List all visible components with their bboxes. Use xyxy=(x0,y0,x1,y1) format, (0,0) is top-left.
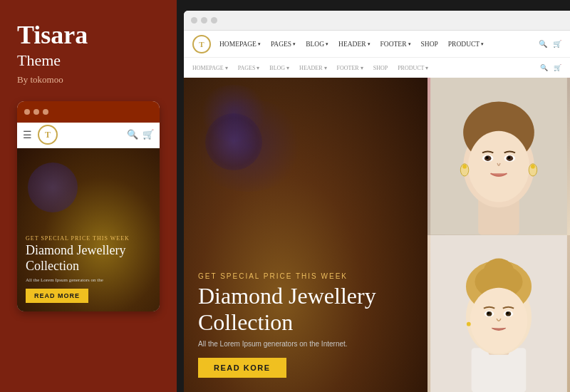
mobile-read-more-button[interactable]: READ MORE xyxy=(26,289,88,303)
ghost-nav-item-4: HEADER ▾ xyxy=(299,65,326,71)
browser-dot-1 xyxy=(191,17,197,24)
svg-point-29 xyxy=(467,321,471,326)
portrait-bottom-image xyxy=(428,235,570,393)
chevron-down-icon: ▾ xyxy=(293,41,296,47)
svg-point-4 xyxy=(468,131,529,202)
chevron-down-icon: ▾ xyxy=(258,41,261,47)
portrait-top xyxy=(428,78,570,235)
hero-title: Diamond Jewellery Collection xyxy=(198,283,398,336)
read-more-button[interactable]: Read KORE xyxy=(198,358,286,378)
mobile-hero-desc: All the Lorem Ipsum generators on the xyxy=(26,277,151,283)
svg-point-14 xyxy=(531,165,535,169)
mobile-mockup: ☰ T 🔍 🛒 GET SPECIAL PRICE THIS WEEK Diam… xyxy=(17,101,160,311)
mobile-nav-icons: 🔍 🛒 xyxy=(127,129,154,140)
chevron-down-icon: ▾ xyxy=(368,41,370,47)
chevron-down-icon: ▾ xyxy=(408,41,411,47)
jewel-center xyxy=(205,113,262,170)
right-panel: T HOMEPAGE ▾ PAGES ▾ BLOG ▾ HEADER ▾ xyxy=(177,0,570,392)
ghost-nav-item-2: PAGES ▾ xyxy=(238,65,260,71)
ghost-nav-item-1: HOMEPAGE ▾ xyxy=(192,65,228,71)
ghost-nav-item-5: FOOTER ▾ xyxy=(337,65,363,71)
mobile-top-bar xyxy=(17,101,160,123)
mobile-hero-title: Diamond Jewellery Collection xyxy=(26,243,151,274)
site-content: GET SPECIAL PRICE THIS WEEK Diamond Jewe… xyxy=(184,78,570,392)
site-navbar-ghost: HOMEPAGE ▾ PAGES ▾ BLOG ▾ HEADER ▾ FOOTE… xyxy=(184,58,570,78)
mobile-nav: ☰ T 🔍 🛒 xyxy=(17,123,160,148)
nav-item-blog[interactable]: BLOG ▾ xyxy=(306,41,328,48)
svg-point-21 xyxy=(484,258,514,283)
nav-item-footer[interactable]: FOOTER ▾ xyxy=(380,41,411,48)
mobile-hero: GET SPECIAL PRICE THIS WEEK Diamond Jewe… xyxy=(17,148,160,311)
svg-point-10 xyxy=(507,156,510,159)
ghost-cart-icon: 🛒 xyxy=(554,64,561,71)
hero-special-text: GET SPECIAL PRICE THIS WEEK xyxy=(198,272,398,280)
nav-item-shop[interactable]: SHOP xyxy=(421,41,438,48)
ghost-nav-item-6: SHOP xyxy=(373,65,388,71)
portrait-bottom xyxy=(428,235,570,393)
ghost-nav-icons: 🔍 🛒 xyxy=(540,64,561,71)
svg-point-12 xyxy=(462,165,467,169)
site-navbar: T HOMEPAGE ▾ PAGES ▾ BLOG ▾ HEADER ▾ xyxy=(184,31,570,58)
brand-title: Tisara xyxy=(17,21,88,50)
nav-items: HOMEPAGE ▾ PAGES ▾ BLOG ▾ HEADER ▾ FOOTE… xyxy=(219,41,484,48)
hero-content: GET SPECIAL PRICE THIS WEEK Diamond Jewe… xyxy=(198,272,398,378)
ghost-nav-item-3: BLOG ▾ xyxy=(269,65,289,71)
cart-icon[interactable]: 🛒 xyxy=(553,40,561,48)
portrait-top-image xyxy=(428,78,570,235)
search-icon: 🔍 xyxy=(127,129,138,140)
nav-right-icons: 🔍 🛒 xyxy=(539,40,561,48)
mobile-dot-2 xyxy=(33,109,39,115)
mobile-logo: T xyxy=(38,125,58,145)
portraits-column xyxy=(428,78,570,392)
hamburger-icon: ☰ xyxy=(23,129,32,141)
browser-dot-2 xyxy=(201,17,207,24)
ghost-search-icon: 🔍 xyxy=(540,64,548,71)
ghost-nav-item-7: PRODUCT ▾ xyxy=(398,65,428,71)
svg-point-27 xyxy=(487,311,489,314)
svg-point-28 xyxy=(507,311,509,314)
browser-bar xyxy=(184,11,570,31)
mobile-dot-3 xyxy=(43,109,48,115)
hero-description: All the Lorem Ipsum generators on the In… xyxy=(198,340,398,348)
nav-item-product[interactable]: PRODUCT ▾ xyxy=(448,41,484,48)
mobile-special-text: GET SPECIAL PRICE THIS WEEK xyxy=(26,235,151,242)
chevron-down-icon: ▾ xyxy=(326,41,328,47)
nav-item-header[interactable]: HEADER ▾ xyxy=(338,41,370,48)
hero-section: GET SPECIAL PRICE THIS WEEK Diamond Jewe… xyxy=(184,78,428,392)
mobile-dot-1 xyxy=(24,109,30,115)
mobile-jewel-decoration xyxy=(28,163,78,212)
cart-icon: 🛒 xyxy=(142,129,154,140)
chevron-down-icon: ▾ xyxy=(481,41,484,47)
nav-item-pages[interactable]: PAGES ▾ xyxy=(271,41,296,48)
browser-window: T HOMEPAGE ▾ PAGES ▾ BLOG ▾ HEADER ▾ xyxy=(184,11,570,392)
brand-subtitle: Theme xyxy=(17,51,61,70)
browser-dot-3 xyxy=(211,17,217,24)
site-logo: T xyxy=(192,35,211,53)
left-panel: Tisara Theme By tokomoo ☰ T 🔍 🛒 GET SPEC… xyxy=(0,0,177,392)
mobile-hero-content: GET SPECIAL PRICE THIS WEEK Diamond Jewe… xyxy=(26,235,151,302)
svg-point-9 xyxy=(486,156,489,159)
brand-byline: By tokomoo xyxy=(17,74,63,86)
nav-item-homepage[interactable]: HOMEPAGE ▾ xyxy=(219,41,261,48)
search-icon[interactable]: 🔍 xyxy=(539,40,547,48)
